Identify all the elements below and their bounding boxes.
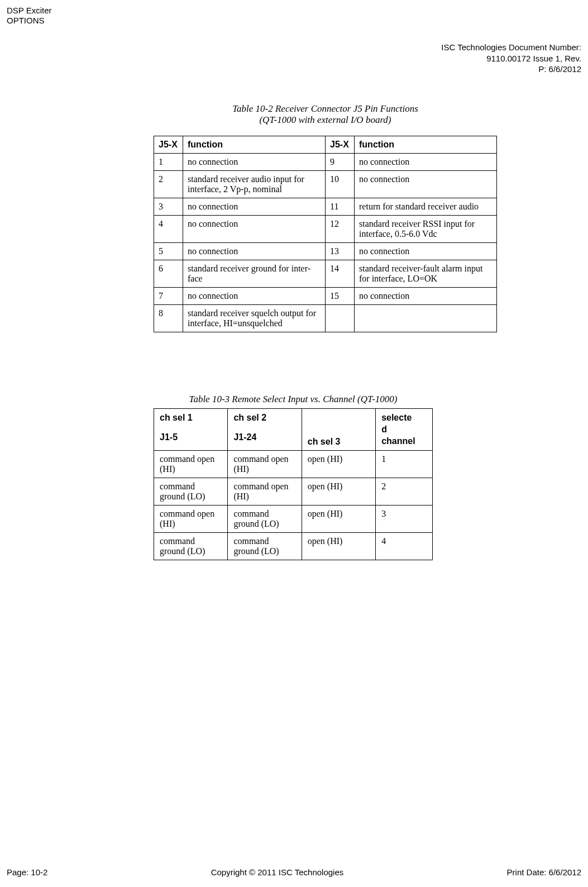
table1-cell: no connection <box>183 154 326 171</box>
table1-cell: 9 <box>326 154 355 171</box>
th-line: ch sel 2 <box>233 413 266 422</box>
table1-cell: no connection <box>183 288 326 305</box>
th-line: channel <box>381 436 415 446</box>
table-row: command ground (LO) command ground (LO) … <box>154 533 433 560</box>
table1-cell: no connection <box>355 171 497 198</box>
table1-cell: 6 <box>154 260 183 288</box>
doc-date: P: 6/6/2012 <box>441 64 581 75</box>
doc-number: 9110.00172 Issue 1, Rev. <box>441 53 581 64</box>
table-row: 2 standard receiver audio input for inte… <box>154 171 497 198</box>
table1-cell: 14 <box>326 260 355 288</box>
table2-cell: command open (HI) <box>154 451 228 478</box>
table-row: 3 no connection 11 return for standard r… <box>154 198 497 216</box>
table2-cell: command ground (LO) <box>154 478 228 506</box>
table1-header-0: J5-X <box>154 136 183 154</box>
table1-caption-line2: (QT-1000 with external I/O board) <box>259 115 391 125</box>
th-line: d <box>381 425 387 434</box>
table2-cell: open (HI) <box>302 533 375 560</box>
table1-cell: standard receiver-fault alarm input for … <box>355 260 497 288</box>
th-line: J1-5 <box>160 432 222 444</box>
table2-cell: open (HI) <box>302 478 375 506</box>
table1: J5-X function J5-X function 1 no connect… <box>154 136 497 332</box>
table2-header-1: ch sel 2 J1-24 <box>228 409 302 451</box>
table1-cell: 12 <box>326 216 355 243</box>
th-line: ch sel 1 <box>160 413 193 422</box>
table2-cell: open (HI) <box>302 451 375 478</box>
table2-caption: Table 10-3 Remote Select Input vs. Chann… <box>154 394 433 405</box>
table1-cell: 7 <box>154 288 183 305</box>
table2-cell: command ground (LO) <box>228 506 302 533</box>
header-title-line2: OPTIONS <box>7 16 52 26</box>
table1-header-row: J5-X function J5-X function <box>154 136 497 154</box>
table1-cell: 11 <box>326 198 355 216</box>
table2-container: Table 10-3 Remote Select Input vs. Chann… <box>154 394 433 560</box>
table-row: 6 standard receiver ground for inter-fac… <box>154 260 497 288</box>
table-row: 1 no connection 9 no connection <box>154 154 497 171</box>
th-line: selecte <box>381 413 412 422</box>
table1-cell: 10 <box>326 171 355 198</box>
table1-cell: standard receiver RSSI input for interfa… <box>355 216 497 243</box>
table1-cell: standard receiver audio input for interf… <box>183 171 326 198</box>
table1-cell: no connection <box>355 154 497 171</box>
table-row: command ground (LO) command open (HI) op… <box>154 478 433 506</box>
table1-header-3: function <box>355 136 497 154</box>
footer-copyright: Copyright © 2011 ISC Technologies <box>211 867 344 877</box>
table1-cell: 4 <box>154 216 183 243</box>
table1-cell: no connection <box>355 243 497 260</box>
table2-cell: command ground (LO) <box>228 533 302 560</box>
table1-header-2: J5-X <box>326 136 355 154</box>
table2-header-0: ch sel 1 J1-5 <box>154 409 228 451</box>
table1-cell: 15 <box>326 288 355 305</box>
table-row: command open (HI) command ground (LO) op… <box>154 506 433 533</box>
header-right: ISC Technologies Document Number: 9110.0… <box>441 42 581 75</box>
footer-print-date: Print Date: 6/6/2012 <box>507 867 581 877</box>
table1-cell: standard receiver squelch output for int… <box>183 305 326 332</box>
table1-cell: return for standard receiver audio <box>355 198 497 216</box>
table2-cell: 1 <box>376 451 433 478</box>
table2-cell: 2 <box>376 478 433 506</box>
table2-cell: command open (HI) <box>154 506 228 533</box>
table-row: 5 no connection 13 no connection <box>154 243 497 260</box>
th-line: J1-24 <box>233 432 295 444</box>
table1-cell <box>355 305 497 332</box>
table1-body: 1 no connection 9 no connection 2 standa… <box>154 154 497 332</box>
doc-label: ISC Technologies Document Number: <box>441 42 581 53</box>
table1-cell: 1 <box>154 154 183 171</box>
table-row: 4 no connection 12 standard receiver RSS… <box>154 216 497 243</box>
table1-cell: 8 <box>154 305 183 332</box>
table2: ch sel 1 J1-5 ch sel 2 J1-24 ch sel 3 se… <box>154 408 433 560</box>
table1-cell: no connection <box>355 288 497 305</box>
table1-cell: no connection <box>183 243 326 260</box>
table2-body: command open (HI) command open (HI) open… <box>154 451 433 560</box>
table2-header-row: ch sel 1 J1-5 ch sel 2 J1-24 ch sel 3 se… <box>154 409 433 451</box>
table1-cell: 3 <box>154 198 183 216</box>
footer-page: Page: 10-2 <box>7 867 47 877</box>
table-row: 8 standard receiver squelch output for i… <box>154 305 497 332</box>
table1-header-1: function <box>183 136 326 154</box>
table1-cell: no connection <box>183 198 326 216</box>
header-title-line1: DSP Exciter <box>7 6 52 16</box>
table2-cell: command open (HI) <box>228 451 302 478</box>
table2-cell: 4 <box>376 533 433 560</box>
table2-cell: open (HI) <box>302 506 375 533</box>
footer: Page: 10-2 Copyright © 2011 ISC Technolo… <box>7 867 581 877</box>
table1-cell <box>326 305 355 332</box>
table2-cell: command open (HI) <box>228 478 302 506</box>
table-row: 7 no connection 15 no connection <box>154 288 497 305</box>
table1-cell: 2 <box>154 171 183 198</box>
table2-header-2: ch sel 3 <box>302 409 375 451</box>
header-left: DSP Exciter OPTIONS <box>7 6 52 26</box>
table2-header-3: selecte d channel <box>376 409 433 451</box>
table1-cell: standard receiver ground for inter-face <box>183 260 326 288</box>
table1-caption-line1: Table 10-2 Receiver Connector J5 Pin Fun… <box>232 103 418 114</box>
table-row: command open (HI) command open (HI) open… <box>154 451 433 478</box>
table2-cell: command ground (LO) <box>154 533 228 560</box>
table1-cell: 5 <box>154 243 183 260</box>
th-line: ch sel 3 <box>308 437 341 446</box>
table1-caption: Table 10-2 Receiver Connector J5 Pin Fun… <box>154 103 497 126</box>
table2-cell: 3 <box>376 506 433 533</box>
table1-cell: 13 <box>326 243 355 260</box>
table1-container: Table 10-2 Receiver Connector J5 Pin Fun… <box>154 103 497 332</box>
table1-cell: no connection <box>183 216 326 243</box>
